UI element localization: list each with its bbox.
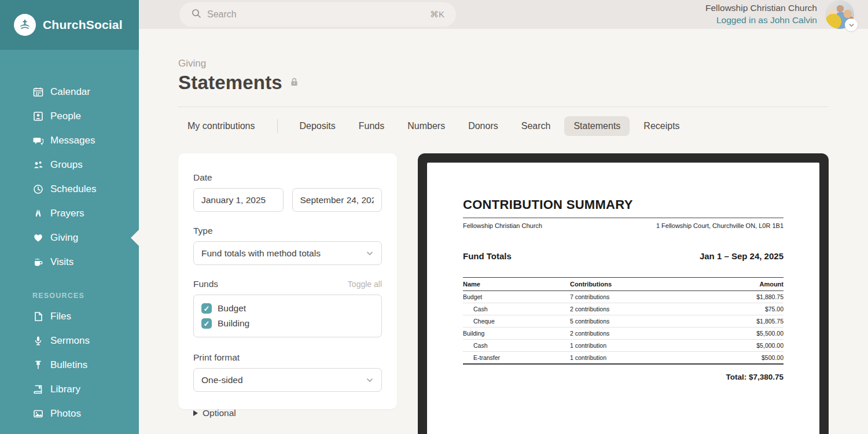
sidebar-resources-heading: RESOURCES [0,274,139,304]
optional-disclosure[interactable]: Optional [193,408,382,418]
doc-total-value: $7,380.75 [749,373,784,381]
calendar-icon [32,87,43,98]
chevron-down-icon [848,22,855,28]
tab-donors[interactable]: Donors [459,116,507,136]
doc-title-rule [463,218,784,218]
doc-total-label: Total: [726,373,746,381]
tab-deposits[interactable]: Deposits [290,116,345,136]
sidebar-item-label: Library [50,384,80,395]
fund-label: Building [218,318,249,329]
sidebar-item-prayers[interactable]: Prayers [0,201,139,226]
page-content: Giving Statements My contributions Depos… [139,29,868,434]
print-format-label: Print format [193,352,382,363]
title-divider [178,106,829,107]
search-input[interactable] [207,9,424,20]
sidebar-item-label: Visits [50,256,73,268]
sidebar-item-label: Schedules [50,183,96,195]
funds-label: Funds [193,279,218,289]
tab-statements[interactable]: Statements [564,116,630,136]
tab-search[interactable]: Search [512,116,560,136]
table-row: Cash 1 contribution $5,000.00 [463,340,784,352]
coffee-cup-icon [32,257,43,268]
doc-church-name: Fellowship Christian Church [463,222,542,229]
book-icon [32,384,43,395]
church-name: Fellowship Christian Church [705,2,817,14]
sidebar-item-label: Groups [50,159,83,171]
lock-icon [289,77,299,89]
print-format-value: One-sided [201,375,243,385]
sidebar-item-library[interactable]: Library [0,377,139,402]
sidebar-item-groups[interactable]: Groups [0,153,139,177]
statement-preview-frame: CONTRIBUTION SUMMARY Fellowship Christia… [418,153,829,434]
table-row: E-transfer 1 contribution $500.00 [463,352,784,365]
sidebar-item-photos[interactable]: Photos [0,402,139,426]
date-from-input[interactable] [193,188,284,212]
sidebar-item-sermons[interactable]: Sermons [0,329,139,353]
print-format-select[interactable]: One-sided [193,368,382,392]
pushpin-icon [32,360,43,371]
heart-icon [32,233,43,244]
doc-title: CONTRIBUTION SUMMARY [463,197,784,212]
table-header-row: Name Contributions Amount [463,278,784,291]
col-amount: Amount [759,281,784,288]
photo-icon [32,409,43,420]
people-icon [32,111,43,122]
doc-church-address: 1 Fellowship Court, Churchville ON, L0R … [656,222,784,229]
groups-icon [32,160,43,171]
churchsocial-logo-icon [14,14,36,36]
sidebar-item-visits[interactable]: Visits [0,250,139,274]
sidebar-item-messages[interactable]: Messages [0,128,139,153]
chevron-down-icon [366,376,374,384]
date-to-input[interactable] [292,188,382,212]
sidebar-item-files[interactable]: Files [0,304,139,329]
file-icon [32,311,43,322]
tab-numbers[interactable]: Numbers [398,116,454,136]
type-select[interactable]: Fund totals with method totals [193,241,382,265]
fund-checkbox-budget[interactable]: ✓ Budget [201,301,374,316]
sidebar-item-label: People [50,111,81,122]
messages-icon [32,135,43,146]
sidebar: ChurchSocial Calendar People Messages [0,0,139,434]
microphone-icon [32,336,43,347]
toggle-all-link[interactable]: Toggle all [348,279,382,289]
sidebar-item-label: Sermons [50,335,90,347]
tab-divider [277,119,278,133]
active-item-arrow [131,230,139,246]
type-label: Type [193,226,382,236]
top-header: ⌘K Fellowship Christian Church Logged in… [139,0,868,29]
table-row: Cash 2 contributions $75.00 [463,303,784,315]
tab-funds[interactable]: Funds [350,116,393,136]
app-title: ChurchSocial [43,18,123,32]
tab-receipts[interactable]: Receipts [634,116,689,136]
page-head: Giving Statements [178,29,829,107]
sidebar-item-people[interactable]: People [0,104,139,128]
search-shortcut: ⌘K [430,9,444,20]
fund-checkbox-building[interactable]: ✓ Building [201,316,374,331]
sidebar-logo[interactable]: ChurchSocial [0,0,139,50]
sidebar-item-label: Bulletins [50,359,87,371]
statement-options-panel: Date Type Fund totals with method totals… [178,153,397,409]
doc-total: Total: $7,380.75 [463,373,784,381]
sidebar-nav: Calendar People Messages Groups [0,50,139,426]
search-icon [191,8,201,21]
sidebar-item-schedules[interactable]: Schedules [0,177,139,201]
sidebar-item-label: Files [50,311,71,322]
app-window: ChurchSocial Calendar People Messages [0,0,868,434]
sidebar-item-bulletins[interactable]: Bulletins [0,353,139,377]
account-text: Fellowship Christian Church Logged in as… [705,2,817,27]
praying-hands-icon [32,208,43,219]
chevron-down-icon [366,249,374,258]
type-select-value: Fund totals with method totals [201,248,321,259]
search-bar[interactable]: ⌘K [179,2,456,27]
account-menu[interactable]: Fellowship Christian Church Logged in as… [705,0,854,29]
clock-icon [32,184,43,195]
tab-my-contributions[interactable]: My contributions [178,116,264,136]
table-row: Budget 7 contributions $1,880.75 [463,291,784,303]
avatar-wrap[interactable] [825,0,854,29]
tab-bar: My contributions Deposits Funds Numbers … [178,116,829,136]
sidebar-item-calendar[interactable]: Calendar [0,80,139,104]
sidebar-item-label: Messages [50,135,95,146]
optional-label: Optional [203,408,236,418]
sidebar-item-label: Prayers [50,208,84,219]
sidebar-item-giving[interactable]: Giving [0,226,139,250]
